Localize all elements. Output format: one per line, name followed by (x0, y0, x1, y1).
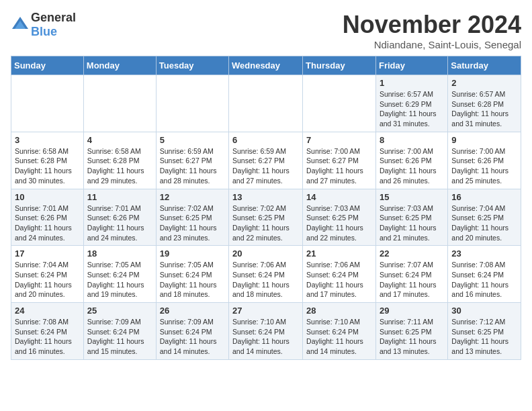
subtitle: Ndiandane, Saint-Louis, Senegal (343, 39, 521, 50)
day-info: Sunrise: 7:00 AM Sunset: 6:26 PM Dayligh… (451, 146, 517, 186)
header: General Blue November 2024 Ndiandane, Sa… (11, 11, 521, 50)
calendar-cell: 13Sunrise: 7:02 AM Sunset: 6:25 PM Dayli… (229, 189, 303, 246)
calendar-week-row: 24Sunrise: 7:08 AM Sunset: 6:24 PM Dayli… (11, 303, 521, 360)
title-area: November 2024 Ndiandane, Saint-Louis, Se… (343, 11, 521, 50)
day-number: 19 (160, 248, 225, 259)
header-sunday: Sunday (11, 56, 84, 75)
day-info: Sunrise: 7:10 AM Sunset: 6:24 PM Dayligh… (232, 317, 299, 357)
calendar-cell: 16Sunrise: 7:04 AM Sunset: 6:25 PM Dayli… (448, 189, 521, 246)
day-info: Sunrise: 7:08 AM Sunset: 6:24 PM Dayligh… (15, 317, 80, 357)
calendar-cell: 3Sunrise: 6:58 AM Sunset: 6:28 PM Daylig… (11, 132, 84, 189)
calendar-week-row: 17Sunrise: 7:04 AM Sunset: 6:24 PM Dayli… (11, 246, 521, 303)
calendar-cell: 18Sunrise: 7:05 AM Sunset: 6:24 PM Dayli… (83, 246, 156, 303)
calendar-week-row: 1Sunrise: 6:57 AM Sunset: 6:29 PM Daylig… (11, 75, 521, 132)
calendar-cell: 2Sunrise: 6:57 AM Sunset: 6:28 PM Daylig… (448, 75, 521, 132)
calendar-cell: 30Sunrise: 7:12 AM Sunset: 6:25 PM Dayli… (448, 303, 521, 360)
day-number: 29 (380, 306, 444, 316)
calendar-cell: 8Sunrise: 7:00 AM Sunset: 6:26 PM Daylig… (375, 132, 447, 189)
calendar-cell: 25Sunrise: 7:09 AM Sunset: 6:24 PM Dayli… (83, 303, 156, 360)
day-info: Sunrise: 6:57 AM Sunset: 6:28 PM Dayligh… (451, 89, 517, 129)
day-info: Sunrise: 7:04 AM Sunset: 6:24 PM Dayligh… (15, 260, 80, 300)
calendar-cell (303, 75, 376, 132)
calendar-cell (83, 75, 156, 132)
calendar-cell: 1Sunrise: 6:57 AM Sunset: 6:29 PM Daylig… (375, 75, 447, 132)
day-info: Sunrise: 7:03 AM Sunset: 6:25 PM Dayligh… (380, 203, 444, 243)
day-info: Sunrise: 7:00 AM Sunset: 6:27 PM Dayligh… (306, 146, 372, 186)
day-info: Sunrise: 6:58 AM Sunset: 6:28 PM Dayligh… (15, 146, 80, 186)
calendar-cell: 17Sunrise: 7:04 AM Sunset: 6:24 PM Dayli… (11, 246, 84, 303)
calendar-cell: 4Sunrise: 6:58 AM Sunset: 6:28 PM Daylig… (83, 132, 156, 189)
day-info: Sunrise: 6:58 AM Sunset: 6:28 PM Dayligh… (87, 146, 152, 186)
calendar-cell: 27Sunrise: 7:10 AM Sunset: 6:24 PM Dayli… (229, 303, 303, 360)
day-number: 17 (15, 248, 80, 259)
calendar-cell: 21Sunrise: 7:06 AM Sunset: 6:24 PM Dayli… (303, 246, 376, 303)
calendar-cell: 6Sunrise: 6:59 AM Sunset: 6:27 PM Daylig… (229, 132, 303, 189)
day-info: Sunrise: 7:09 AM Sunset: 6:24 PM Dayligh… (87, 317, 152, 357)
day-number: 28 (306, 306, 372, 316)
day-number: 25 (87, 306, 152, 316)
day-info: Sunrise: 7:07 AM Sunset: 6:24 PM Dayligh… (380, 260, 444, 300)
day-number: 22 (380, 248, 444, 259)
day-info: Sunrise: 7:01 AM Sunset: 6:26 PM Dayligh… (87, 203, 152, 243)
day-number: 12 (160, 192, 225, 202)
day-number: 1 (380, 78, 444, 88)
day-number: 27 (232, 306, 299, 316)
day-info: Sunrise: 7:02 AM Sunset: 6:25 PM Dayligh… (160, 203, 225, 243)
header-tuesday: Tuesday (156, 56, 228, 75)
day-number: 14 (306, 192, 372, 202)
logo: General Blue (11, 11, 76, 39)
calendar-cell: 28Sunrise: 7:10 AM Sunset: 6:24 PM Dayli… (303, 303, 376, 360)
day-info: Sunrise: 7:05 AM Sunset: 6:24 PM Dayligh… (160, 260, 225, 300)
day-number: 5 (160, 135, 225, 145)
day-info: Sunrise: 7:06 AM Sunset: 6:24 PM Dayligh… (306, 260, 372, 300)
day-number: 16 (451, 192, 517, 202)
calendar-cell: 14Sunrise: 7:03 AM Sunset: 6:25 PM Dayli… (303, 189, 376, 246)
day-number: 6 (232, 135, 299, 145)
day-number: 13 (232, 192, 299, 202)
header-wednesday: Wednesday (229, 56, 303, 75)
day-number: 30 (451, 306, 517, 316)
calendar-week-row: 10Sunrise: 7:01 AM Sunset: 6:26 PM Dayli… (11, 189, 521, 246)
day-number: 7 (306, 135, 372, 145)
day-number: 4 (87, 135, 152, 145)
header-thursday: Thursday (303, 56, 376, 75)
day-number: 2 (451, 78, 517, 88)
day-info: Sunrise: 7:01 AM Sunset: 6:26 PM Dayligh… (15, 203, 80, 243)
day-info: Sunrise: 7:03 AM Sunset: 6:25 PM Dayligh… (306, 203, 372, 243)
calendar-cell: 29Sunrise: 7:11 AM Sunset: 6:25 PM Dayli… (375, 303, 447, 360)
calendar-cell: 26Sunrise: 7:09 AM Sunset: 6:24 PM Dayli… (156, 303, 228, 360)
day-info: Sunrise: 7:06 AM Sunset: 6:24 PM Dayligh… (232, 260, 299, 300)
logo-icon (11, 15, 30, 34)
calendar-cell: 22Sunrise: 7:07 AM Sunset: 6:24 PM Dayli… (375, 246, 447, 303)
calendar-header-row: Sunday Monday Tuesday Wednesday Thursday… (11, 56, 521, 75)
day-info: Sunrise: 7:09 AM Sunset: 6:24 PM Dayligh… (160, 317, 225, 357)
calendar-cell: 5Sunrise: 6:59 AM Sunset: 6:27 PM Daylig… (156, 132, 228, 189)
day-info: Sunrise: 7:02 AM Sunset: 6:25 PM Dayligh… (232, 203, 299, 243)
day-number: 11 (87, 192, 152, 202)
calendar-cell: 9Sunrise: 7:00 AM Sunset: 6:26 PM Daylig… (448, 132, 521, 189)
day-number: 20 (232, 248, 299, 259)
day-number: 24 (15, 306, 80, 316)
day-number: 23 (451, 248, 517, 259)
day-number: 3 (15, 135, 80, 145)
day-number: 15 (380, 192, 444, 202)
calendar-cell: 20Sunrise: 7:06 AM Sunset: 6:24 PM Dayli… (229, 246, 303, 303)
header-friday: Friday (375, 56, 447, 75)
calendar-cell: 10Sunrise: 7:01 AM Sunset: 6:26 PM Dayli… (11, 189, 84, 246)
logo-blue: Blue (31, 25, 57, 38)
calendar-cell: 12Sunrise: 7:02 AM Sunset: 6:25 PM Dayli… (156, 189, 228, 246)
day-number: 8 (380, 135, 444, 145)
day-number: 18 (87, 248, 152, 259)
day-info: Sunrise: 7:00 AM Sunset: 6:26 PM Dayligh… (380, 146, 444, 186)
day-number: 10 (15, 192, 80, 202)
calendar-table: Sunday Monday Tuesday Wednesday Thursday… (11, 56, 521, 360)
day-number: 9 (451, 135, 517, 145)
calendar-cell: 7Sunrise: 7:00 AM Sunset: 6:27 PM Daylig… (303, 132, 376, 189)
header-monday: Monday (83, 56, 156, 75)
calendar-cell: 15Sunrise: 7:03 AM Sunset: 6:25 PM Dayli… (375, 189, 447, 246)
calendar-cell: 24Sunrise: 7:08 AM Sunset: 6:24 PM Dayli… (11, 303, 84, 360)
day-info: Sunrise: 7:12 AM Sunset: 6:25 PM Dayligh… (451, 317, 517, 357)
calendar-week-row: 3Sunrise: 6:58 AM Sunset: 6:28 PM Daylig… (11, 132, 521, 189)
day-info: Sunrise: 7:05 AM Sunset: 6:24 PM Dayligh… (87, 260, 152, 300)
logo-general: General (31, 11, 76, 24)
